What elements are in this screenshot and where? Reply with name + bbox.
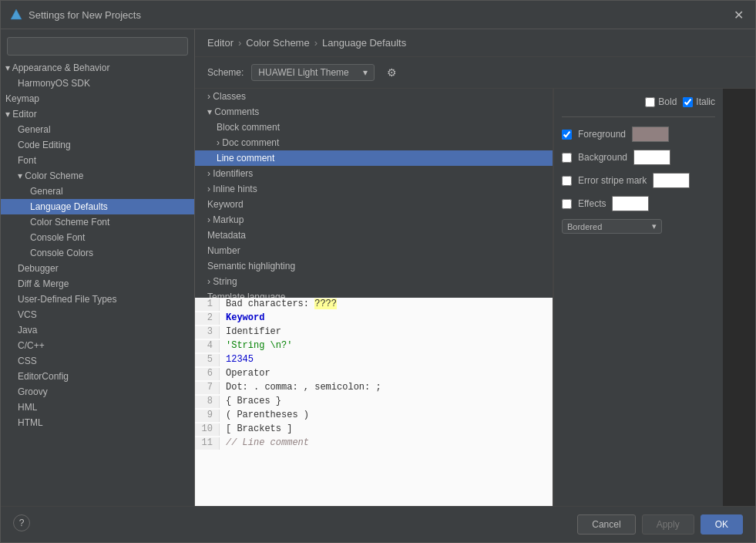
line-number-9: 9 [195, 410, 220, 422]
sidebar-item-color-scheme-font[interactable]: Color Scheme Font [1, 214, 194, 230]
line-number-2: 2 [195, 312, 220, 325]
background-checkbox[interactable] [562, 153, 572, 163]
title-bar: Settings for New Projects ✕ [1, 1, 755, 29]
tree-item-comments[interactable]: ▾ Comments [195, 104, 553, 120]
keyword-span: Keyword [226, 312, 264, 323]
line-content-4: 'String \n?' [220, 340, 298, 352]
error-stripe-label[interactable]: Error stripe mark [578, 175, 647, 186]
sidebar-item-cpp[interactable]: C/C++ [1, 338, 194, 353]
error-stripe-swatch[interactable] [653, 173, 690, 188]
sidebar-item-harmonos[interactable]: HarmonyOS SDK [1, 76, 194, 91]
sidebar-item-appearance[interactable]: ▾ Appearance & Behavior [1, 60, 194, 76]
effects-label[interactable]: Effects [578, 198, 606, 209]
error-stripe-checkbox[interactable] [562, 176, 572, 186]
breadcrumb: Editor › Color Scheme › Language Default… [195, 29, 755, 57]
line-content-6: Operator [220, 368, 270, 380]
line-content-1: Bad characters: ???? [220, 298, 337, 311]
tree-item-classes[interactable]: › Classes [195, 89, 553, 104]
sidebar-item-vcs[interactable]: VCS [1, 307, 194, 322]
tree-item-number[interactable]: Number [195, 243, 553, 258]
bad-char-span: ???? [314, 298, 337, 309]
italic-text: Italic [696, 96, 715, 107]
scheme-select[interactable]: HUAWEI Light Theme ▾ [251, 64, 375, 81]
scheme-chevron: ▾ [363, 67, 368, 78]
sidebar-item-java[interactable]: Java [1, 322, 194, 338]
tree-container: › Classes▾ Comments Block comment› Doc c… [195, 89, 553, 298]
tree-item-line-comment[interactable]: Line comment [195, 150, 553, 166]
line-number-7: 7 [195, 382, 220, 394]
tree-item-inline-hints[interactable]: › Inline hints [195, 181, 553, 197]
line-content-3: Identifier [220, 326, 281, 339]
code-line-6: 6Operator [195, 367, 553, 381]
breadcrumb-sep2: › [314, 37, 318, 49]
main-body: › Classes▾ Comments Block comment› Doc c… [195, 89, 755, 506]
help-button[interactable]: ? [13, 514, 30, 531]
tree-item-template-language[interactable]: Template language [195, 289, 553, 298]
comment-span: // Line comment [226, 437, 309, 448]
bold-text: Bold [658, 96, 677, 107]
line-number-8: 8 [195, 396, 220, 408]
bold-label[interactable]: Bold [645, 96, 677, 107]
number-span: 12345 [226, 354, 254, 365]
breadcrumb-color-scheme: Color Scheme [246, 37, 309, 49]
sidebar-item-general[interactable]: General [1, 122, 194, 137]
sidebar-item-cs-general[interactable]: General [1, 184, 194, 199]
sidebar-item-user-defined[interactable]: User-Defined File Types [1, 292, 194, 307]
sidebar-item-keymap[interactable]: Keymap [1, 91, 194, 106]
line-content-7: Dot: . comma: , semicolon: ; [220, 382, 381, 394]
sidebar-item-html[interactable]: HTML [1, 415, 194, 430]
foreground-label[interactable]: Foreground [578, 129, 626, 140]
effects-row: Effects [562, 196, 715, 211]
effects-swatch[interactable] [612, 196, 649, 211]
close-button[interactable]: ✕ [731, 7, 746, 22]
cancel-button[interactable]: Cancel [577, 514, 635, 535]
italic-label[interactable]: Italic [683, 96, 715, 107]
foreground-checkbox[interactable] [562, 130, 572, 140]
sidebar-item-editorconfig[interactable]: EditorConfig [1, 369, 194, 384]
sidebar-item-language-defaults[interactable]: Language Defaults [1, 199, 194, 214]
tree-item-string[interactable]: › String [195, 274, 553, 289]
code-line-9: 9( Parentheses ) [195, 409, 553, 423]
tree-item-block-comment[interactable]: Block comment [195, 120, 553, 135]
scheme-value: HUAWEI Light Theme [258, 67, 348, 78]
tree-item-metadata[interactable]: Metadata [195, 228, 553, 243]
tree-item-doc-comment[interactable]: › Doc comment [195, 135, 553, 150]
tree-item-keyword[interactable]: Keyword [195, 197, 553, 212]
error-stripe-row: Error stripe mark [562, 173, 715, 188]
line-number-1: 1 [195, 298, 220, 311]
line-number-11: 11 [195, 437, 220, 450]
apply-button[interactable]: Apply [642, 514, 694, 535]
sidebar-item-console-colors[interactable]: Console Colors [1, 245, 194, 261]
effects-dropdown[interactable]: Bordered ▾ [562, 219, 662, 234]
code-line-4: 4'String \n?' [195, 339, 553, 353]
tree-item-markup[interactable]: › Markup [195, 212, 553, 228]
sidebar-item-font[interactable]: Font [1, 153, 194, 168]
tree-item-semantic-highlighting[interactable]: Semantic highlighting [195, 258, 553, 274]
settings-dialog: Settings for New Projects ✕ ▾ Appearance… [0, 0, 756, 543]
background-swatch[interactable] [633, 150, 670, 165]
italic-checkbox[interactable] [683, 97, 693, 107]
sidebar-item-console-font[interactable]: Console Font [1, 230, 194, 245]
sidebar-item-css[interactable]: CSS [1, 353, 194, 369]
ok-button[interactable]: OK [701, 514, 743, 535]
sidebar-item-groovy[interactable]: Groovy [1, 384, 194, 400]
line-number-3: 3 [195, 326, 220, 339]
tree-panel: › Classes▾ Comments Block comment› Doc c… [195, 89, 553, 506]
background-label[interactable]: Background [578, 152, 627, 163]
sidebar-item-hml[interactable]: HML [1, 400, 194, 415]
tree-item-identifiers[interactable]: › Identifiers [195, 166, 553, 181]
bold-checkbox[interactable] [645, 97, 655, 107]
code-line-10: 10[ Brackets ] [195, 423, 553, 437]
foreground-swatch[interactable] [632, 126, 669, 142]
sidebar-item-debugger[interactable]: Debugger [1, 261, 194, 276]
effects-checkbox[interactable] [562, 199, 572, 209]
sidebar-item-code-editing[interactable]: Code Editing [1, 137, 194, 153]
gear-button[interactable]: ⚙ [382, 63, 401, 82]
line-content-10: [ Brackets ] [220, 423, 292, 436]
sidebar-item-color-scheme[interactable]: ▾ Color Scheme [1, 168, 194, 184]
sidebar-item-editor[interactable]: ▾ Editor [1, 106, 194, 122]
sidebar-item-diff-merge[interactable]: Diff & Merge [1, 276, 194, 292]
scheme-label: Scheme: [207, 67, 244, 78]
breadcrumb-editor: Editor [207, 37, 234, 49]
search-input[interactable] [7, 37, 188, 56]
